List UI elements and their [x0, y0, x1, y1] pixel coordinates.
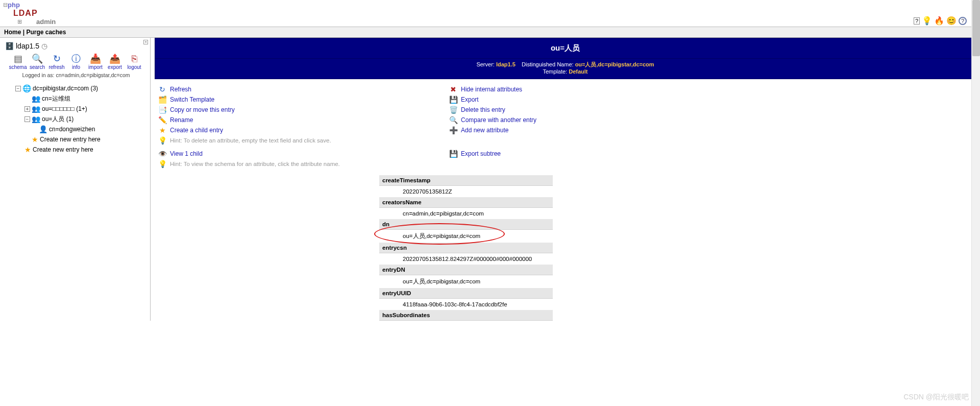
ldap-tree: − 🌐 dc=pibigstar,dc=com (3) 👥 cn=运维组 + 👥… — [15, 83, 147, 155]
action-hide-internal[interactable]: ✖Hide internal attributes — [446, 84, 737, 94]
attr-value: ou=人员,dc=pibigstar,dc=com — [379, 275, 553, 288]
actions-right: ✖Hide internal attributes 💾Export 🗑️Dele… — [446, 84, 737, 169]
sidebar-collapse-icon[interactable]: ▫ — [143, 40, 148, 44]
bulb-icon: 💡 — [158, 160, 167, 168]
actions-left: ↻Refresh 🗂️Switch Template 📑Copy or move… — [155, 84, 446, 169]
action-rename[interactable]: ✏️Rename — [155, 115, 446, 125]
server-label: Server: — [476, 61, 494, 67]
tree-item-leaf1[interactable]: 👤 cn=dongweizhen — [32, 124, 147, 134]
compare-icon: 🔍 — [449, 116, 458, 124]
tree-label[interactable]: cn=运维组 — [42, 93, 70, 104]
server-value: ldap1.5 — [496, 61, 516, 67]
dn-value: ou=人员,dc=pibigstar,dc=com — [575, 61, 654, 67]
action-create-child[interactable]: ★Create a child entry — [155, 125, 446, 135]
action-switch-template[interactable]: 🗂️Switch Template — [155, 94, 446, 105]
action-export-subtree[interactable]: 💾Export subtree — [446, 149, 737, 159]
smile-icon[interactable]: 😊 — [946, 16, 957, 26]
attr-name[interactable]: entrycsn — [379, 243, 553, 253]
purge-caches-link[interactable]: Purge caches — [26, 29, 66, 36]
action-copy-move[interactable]: 📑Copy or move this entry — [155, 105, 446, 115]
copy-icon: 📑 — [158, 106, 167, 114]
logo-text-php: php — [8, 1, 20, 9]
attributes-table: createTimestamp 20220705135812Z creators… — [379, 175, 553, 321]
tree-label[interactable]: ou=□□□□□□ (1+) — [42, 104, 87, 114]
scrollbar-thumb[interactable] — [972, 0, 980, 56]
docs-icon[interactable]: ? — [914, 17, 920, 25]
refresh-icon: ↻ — [158, 85, 167, 93]
home-link[interactable]: Home — [4, 29, 21, 36]
tool-refresh[interactable]: ↻refresh — [47, 53, 66, 70]
attr-name[interactable]: creatorsName — [379, 197, 553, 208]
tree-label[interactable]: ou=人员 (1) — [42, 114, 74, 124]
tree-create-entry-2[interactable]: ★ Create new entry here — [24, 145, 147, 155]
export-icon: 📤 — [109, 53, 120, 64]
collapse-icon[interactable]: − — [24, 116, 30, 122]
dn-label: Distinguished Name: — [522, 61, 574, 67]
tree-item-ou2[interactable]: + 👥 ou=□□□□□□ (1+) — [24, 104, 147, 114]
attr-name[interactable]: entryDN — [379, 265, 553, 275]
attr-value: 20220705135812Z — [379, 186, 553, 197]
attr-name[interactable]: entryUUID — [379, 288, 553, 299]
action-delete[interactable]: 🗑️Delete this entry — [446, 105, 737, 115]
topbar: Home | Purge caches — [0, 27, 980, 38]
action-add-attr[interactable]: ➕Add new attribute — [446, 125, 737, 135]
info-icon: ⓘ — [71, 53, 81, 64]
tree-root[interactable]: − 🌐 dc=pibigstar,dc=com (3) — [15, 83, 147, 93]
template-value: Default — [569, 68, 587, 75]
tool-schema[interactable]: ▤schema — [9, 53, 27, 70]
collapse-icon[interactable]: − — [15, 86, 21, 91]
export-subtree-icon: 💾 — [449, 150, 458, 158]
watermark: CSDN @阳光很暖吧 — [903, 393, 969, 402]
tree-item-ou1[interactable]: 👥 cn=运维组 — [24, 93, 147, 104]
expand-icon[interactable]: + — [24, 106, 30, 112]
star-icon: ★ — [158, 126, 167, 134]
hide-icon: ✖ — [449, 85, 458, 93]
logout-icon: ⎘ — [132, 53, 137, 64]
rename-icon: ✏️ — [158, 116, 167, 124]
body: ▫ 🗄️ ldap1.5 ◷ ▤schema 🔍search ↻refresh … — [0, 38, 980, 321]
scrollbar[interactable] — [971, 0, 980, 406]
bug-icon[interactable]: 🔥 — [934, 16, 944, 26]
group-icon: 👥 — [32, 104, 40, 114]
tool-import[interactable]: 📥import — [86, 53, 105, 70]
logged-in-text: Logged in as: cn=admin,dc=pibigstar,dc=c… — [5, 72, 147, 78]
tree-item-ou3[interactable]: − 👥 ou=人员 (1) — [24, 114, 147, 124]
topbar-sep: | — [23, 29, 24, 36]
action-view-child[interactable]: 👁️View 1 child — [155, 149, 446, 159]
server-name: ldap1.5 — [16, 42, 39, 50]
tree-create-entry-1[interactable]: ★ Create new entry here — [32, 134, 147, 145]
action-refresh[interactable]: ↻Refresh — [155, 84, 446, 94]
tool-info[interactable]: ⓘinfo — [67, 53, 85, 70]
person-icon: 👤 — [39, 124, 47, 134]
template-label: Template: — [543, 68, 567, 75]
schema-icon: ▤ — [14, 53, 22, 64]
add-icon: ➕ — [449, 126, 458, 134]
tool-logout[interactable]: ⎘logout — [125, 53, 143, 70]
attr-value: ou=人员,dc=pibigstar,dc=com — [379, 230, 553, 243]
action-compare[interactable]: 🔍Compare with another entry — [446, 115, 737, 125]
tool-search[interactable]: 🔍search — [28, 53, 46, 70]
action-export[interactable]: 💾Export — [446, 94, 737, 105]
bulb-icon[interactable]: 💡 — [922, 16, 932, 26]
main-panel: ou=人员 Server: ldap1.5 Distinguished Name… — [151, 38, 980, 321]
help-icon[interactable]: ? — [959, 17, 967, 25]
attr-name[interactable]: hasSubordinates — [379, 310, 553, 321]
activity-icon: ◷ — [41, 42, 47, 50]
template-icon: 🗂️ — [158, 95, 167, 104]
attr-name[interactable]: createTimestamp — [379, 175, 553, 186]
sidebar: ▫ 🗄️ ldap1.5 ◷ ▤schema 🔍search ↻refresh … — [0, 38, 151, 321]
tool-export[interactable]: 📤export — [106, 53, 124, 70]
server-icon: 🗄️ — [5, 42, 14, 50]
tree-root-label[interactable]: dc=pibigstar,dc=com (3) — [33, 83, 98, 93]
entry-info-band: Server: ldap1.5 Distinguished Name: ou=人… — [155, 59, 976, 79]
star-icon: ★ — [32, 134, 38, 145]
logo-text-admin: admin — [36, 18, 56, 26]
refresh-icon: ↻ — [53, 53, 61, 64]
hint-view-schema: 💡Hint: To view the schema for an attribu… — [155, 159, 446, 169]
group-icon: 👥 — [32, 93, 40, 104]
tree-label[interactable]: cn=dongweizhen — [49, 124, 95, 134]
tree-label[interactable]: Create new entry here — [40, 134, 101, 145]
attr-name[interactable]: dn — [379, 219, 553, 230]
globe-icon: 🌐 — [22, 83, 31, 93]
tree-label[interactable]: Create new entry here — [33, 145, 93, 155]
